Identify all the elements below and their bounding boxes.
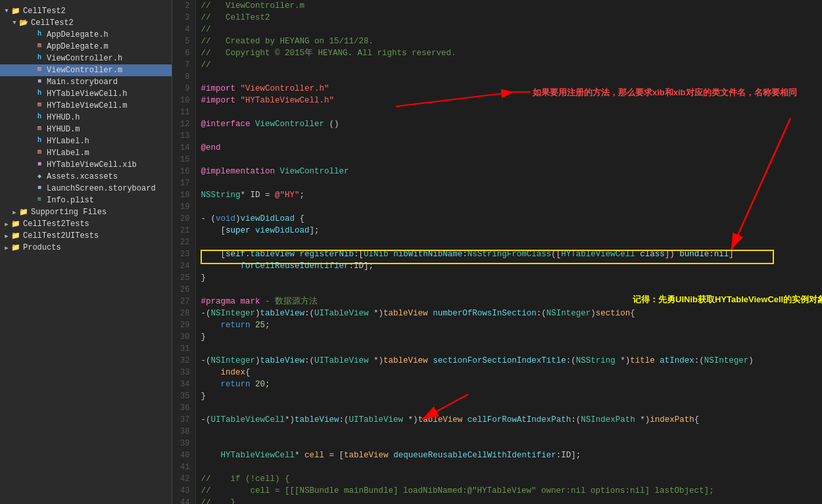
code-line-31: 31 [172,343,822,355]
sidebar-label: Supporting Files [31,208,107,217]
code-line-44: 44 // } [172,497,822,504]
code-line-16: 16 @implementation ViewController [172,166,822,177]
code-editor[interactable]: 2 // ViewController.m 3 // CellTest2 4 /… [172,0,822,504]
code-line-14: 14 @end [172,142,822,154]
sidebar-item-main-storyboard[interactable]: ■ Main.storyboard [0,76,172,88]
code-line-40: 40 HYTableViewCell* cell = [tableView de… [172,449,822,461]
sidebar-label: Main.storyboard [47,78,118,87]
sidebar-label: AppDelegate.h [47,30,109,39]
sidebar-item-hytableviewcell-m[interactable]: m HYTableViewCell.m [0,100,172,112]
m-file-icon: m [34,66,45,75]
arrow-uitests: ▶ [3,233,11,240]
code-line-20: 20 - (void)viewDidLoad { [172,213,822,225]
sidebar-item-assets[interactable]: ◆ Assets.xcassets [0,171,172,183]
sidebar-label: LaunchScreen.storyboard [47,184,156,193]
sidebar-label: CellTest2 [23,7,66,16]
code-line-12: 12 @interface ViewController () [172,118,822,130]
code-line-43: 43 // cell = [[[NSBundle mainBundle] loa… [172,485,822,497]
code-line-41: 41 [172,461,822,473]
sidebar-label: HYTableViewCell.xib [47,160,137,170]
code-line-18: 18 NSString* ID = @"HY"; [172,189,822,201]
arrow-products: ▶ [3,244,11,252]
sidebar-item-appdelegate-m[interactable]: m AppDelegate.m [0,41,172,53]
sidebar-item-viewcontroller-m[interactable]: m ViewController.m [0,64,172,76]
h-file-icon: h [34,137,45,146]
xib-icon: ■ [34,160,45,170]
sidebar-label: HYLabel.h [47,137,89,146]
sidebar-label: HYHUD.h [47,113,80,122]
code-line-34: 34 return 20; [172,378,822,390]
sidebar-item-hylabel-h[interactable]: h HYLabel.h [0,135,172,147]
sidebar-label: HYLabel.m [47,149,89,158]
code-line-32: 32 -(NSInteger)tableView:(UITableView *)… [172,355,822,367]
sidebar-item-celltest2-group[interactable]: ▼ 📂 CellTest2 [0,17,172,29]
code-line-21: 21 [super viewDidLoad]; [172,225,822,237]
line-content: // ViewController.m [195,0,822,12]
m-file-icon: m [34,125,45,134]
m-file-icon: m [34,42,45,51]
sidebar-item-supporting-files[interactable]: ▶ 📁 Supporting Files [0,206,172,218]
arrow-celltest2-root: ▼ [3,8,11,14]
sidebar-item-celltest2tests[interactable]: ▶ 📁 CellTest2Tests [0,218,172,230]
xcassets-icon: ◆ [34,172,45,181]
sidebar-label: CellTest2UITests [23,231,99,241]
group-icon: 📂 [18,18,29,28]
plist-icon: ≡ [34,196,45,205]
h-file-icon: h [34,89,45,99]
code-line-5: 5 // Created by HEYANG on 15/11/28. [172,35,822,47]
sidebar-item-hyhud-m[interactable]: m HYHUD.m [0,124,172,135]
sidebar-item-info-plist[interactable]: ≡ Info.plist [0,195,172,206]
sidebar-label: ViewController.m [47,66,122,75]
code-line-27: 27 #pragma mark - 数据源方法 [172,296,822,308]
sidebar-item-appdelegate-h[interactable]: h AppDelegate.h [0,29,172,41]
h-file-icon: h [34,54,45,63]
h-file-icon: h [34,30,45,39]
code-line-23: 23 [self.tableView registerNib:[UINib ni… [172,248,822,260]
code-line-2: 2 // ViewController.m [172,0,822,12]
sidebar-item-hyhud-h[interactable]: h HYHUD.h [0,112,172,124]
sidebar-label: Assets.xcassets [47,172,118,181]
sidebar-label: AppDelegate.m [47,42,109,51]
sidebar-item-celltest2-root[interactable]: ▼ 📁 CellTest2 [0,5,172,17]
sidebar-item-hylabel-m[interactable]: m HYLabel.m [0,147,172,159]
code-line-24: 24 forCellReuseIdentifier:ID]; [172,260,822,272]
code-line-30: 30 } [172,331,822,343]
sidebar-label: ViewController.h [47,54,122,63]
code-line-17: 17 [172,177,822,189]
sidebar-item-hytableviewcell-xib[interactable]: ■ HYTableViewCell.xib [0,159,172,171]
code-line-19: 19 [172,201,822,213]
sidebar-item-viewcontroller-h[interactable]: h ViewController.h [0,53,172,64]
code-line-37: 37 -(UITableViewCell*)tableView:(UITable… [172,414,822,426]
code-line-7: 7 // [172,59,822,71]
file-navigator: ▼ 📁 CellTest2 ▼ 📂 CellTest2 h AppDelegat… [0,0,172,504]
sidebar-item-celltest2uitests[interactable]: ▶ 📁 CellTest2UITests [0,230,172,242]
folder-icon: 📁 [11,7,21,16]
sidebar-label: CellTest2 [31,18,74,28]
arrow-tests: ▶ [3,221,11,228]
code-line-38: 38 [172,426,822,438]
code-line-13: 13 [172,130,822,142]
arrow-supporting: ▶ [11,209,18,216]
storyboard-icon: ■ [34,184,45,193]
arrow-celltest2-group: ▼ [11,20,18,26]
sidebar-label: CellTest2Tests [23,219,89,229]
sidebar-label: HYHUD.m [47,125,80,134]
code-line-11: 11 [172,106,822,118]
code-table: 2 // ViewController.m 3 // CellTest2 4 /… [172,0,822,504]
line-number: 2 [172,0,195,12]
sidebar-item-launchscreen[interactable]: ■ LaunchScreen.storyboard [0,183,172,195]
code-line-4: 4 // [172,24,822,35]
sidebar-label: Products [23,243,61,252]
sidebar-item-hytableviewcell-h[interactable]: h HYTableViewCell.h [0,88,172,100]
h-file-icon: h [34,113,45,122]
sidebar-item-products[interactable]: ▶ 📁 Products [0,242,172,254]
code-line-29: 29 return 25; [172,319,822,331]
storyboard-icon: ■ [34,78,45,87]
m-file-icon: m [34,101,45,110]
sidebar-label: Info.plist [47,196,94,205]
folder-icon: 📁 [11,219,21,229]
code-line-6: 6 // Copyright © 2015年 HEYANG. All right… [172,47,822,59]
code-line-15: 15 [172,154,822,166]
code-line-28: 28 -(NSInteger)tableView:(UITableView *)… [172,308,822,319]
code-line-3: 3 // CellTest2 [172,12,822,24]
